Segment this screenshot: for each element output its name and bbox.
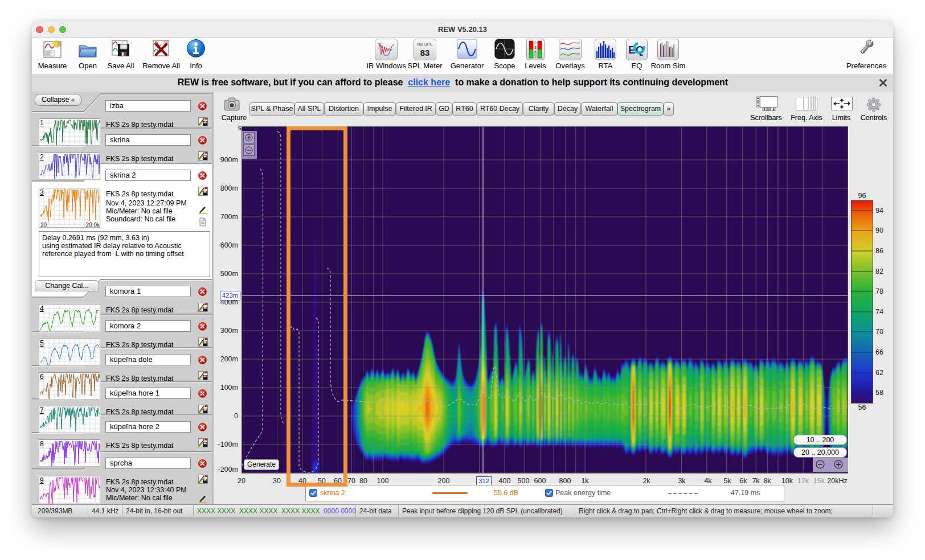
- svg-text:9: 9: [534, 54, 537, 58]
- svg-text:6: 6: [534, 50, 537, 54]
- svg-text:dB SPL: dB SPL: [417, 42, 433, 47]
- svg-text:3: 3: [534, 46, 537, 50]
- svg-text:20.0k: 20.0k: [86, 222, 100, 228]
- svg-text:20: 20: [40, 222, 47, 228]
- svg-text:83: 83: [420, 48, 430, 57]
- svg-text:0: 0: [534, 41, 537, 45]
